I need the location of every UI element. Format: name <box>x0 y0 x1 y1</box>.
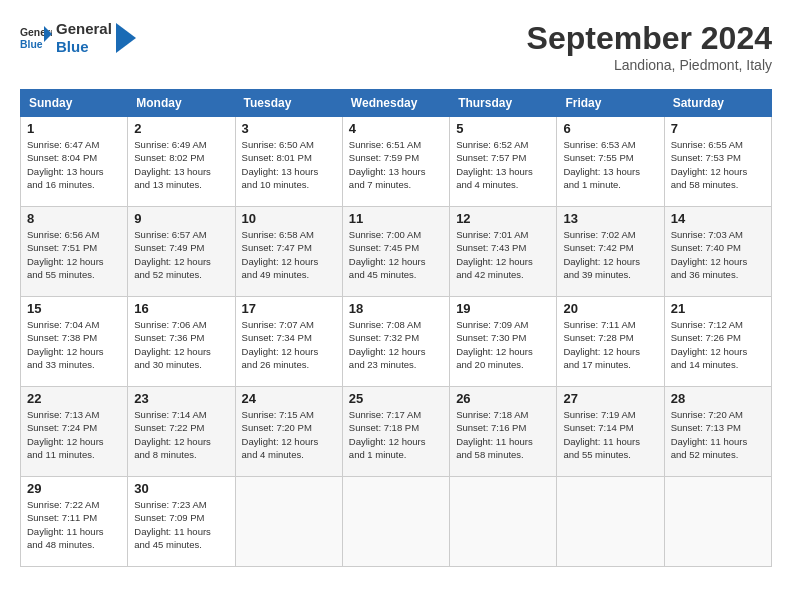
calendar-day-cell: 6Sunrise: 6:53 AM Sunset: 7:55 PM Daylig… <box>557 117 664 207</box>
calendar-day-cell: 30Sunrise: 7:23 AM Sunset: 7:09 PM Dayli… <box>128 477 235 567</box>
calendar-day-cell: 29Sunrise: 7:22 AM Sunset: 7:11 PM Dayli… <box>21 477 128 567</box>
svg-marker-3 <box>116 23 136 53</box>
day-info: Sunrise: 7:11 AM Sunset: 7:28 PM Dayligh… <box>563 318 657 371</box>
day-number: 17 <box>242 301 336 316</box>
empty-cell <box>342 477 449 567</box>
day-info: Sunrise: 7:07 AM Sunset: 7:34 PM Dayligh… <box>242 318 336 371</box>
day-number: 1 <box>27 121 121 136</box>
day-info: Sunrise: 6:52 AM Sunset: 7:57 PM Dayligh… <box>456 138 550 191</box>
day-number: 23 <box>134 391 228 406</box>
empty-cell <box>557 477 664 567</box>
day-number: 18 <box>349 301 443 316</box>
calendar-week-row: 29Sunrise: 7:22 AM Sunset: 7:11 PM Dayli… <box>21 477 772 567</box>
day-number: 28 <box>671 391 765 406</box>
day-info: Sunrise: 7:01 AM Sunset: 7:43 PM Dayligh… <box>456 228 550 281</box>
calendar-day-cell: 12Sunrise: 7:01 AM Sunset: 7:43 PM Dayli… <box>450 207 557 297</box>
day-number: 3 <box>242 121 336 136</box>
calendar-day-cell: 16Sunrise: 7:06 AM Sunset: 7:36 PM Dayli… <box>128 297 235 387</box>
calendar-week-row: 1Sunrise: 6:47 AM Sunset: 8:04 PM Daylig… <box>21 117 772 207</box>
day-info: Sunrise: 6:50 AM Sunset: 8:01 PM Dayligh… <box>242 138 336 191</box>
calendar-day-cell: 18Sunrise: 7:08 AM Sunset: 7:32 PM Dayli… <box>342 297 449 387</box>
day-number: 7 <box>671 121 765 136</box>
calendar-day-cell: 19Sunrise: 7:09 AM Sunset: 7:30 PM Dayli… <box>450 297 557 387</box>
day-number: 9 <box>134 211 228 226</box>
weekday-header-wednesday: Wednesday <box>342 90 449 117</box>
weekday-header-tuesday: Tuesday <box>235 90 342 117</box>
weekday-header-sunday: Sunday <box>21 90 128 117</box>
day-number: 10 <box>242 211 336 226</box>
calendar-day-cell: 14Sunrise: 7:03 AM Sunset: 7:40 PM Dayli… <box>664 207 771 297</box>
calendar-week-row: 22Sunrise: 7:13 AM Sunset: 7:24 PM Dayli… <box>21 387 772 477</box>
day-info: Sunrise: 7:19 AM Sunset: 7:14 PM Dayligh… <box>563 408 657 461</box>
calendar-day-cell: 26Sunrise: 7:18 AM Sunset: 7:16 PM Dayli… <box>450 387 557 477</box>
day-number: 24 <box>242 391 336 406</box>
day-number: 19 <box>456 301 550 316</box>
day-number: 26 <box>456 391 550 406</box>
empty-cell <box>450 477 557 567</box>
subtitle: Landiona, Piedmont, Italy <box>527 57 772 73</box>
day-number: 21 <box>671 301 765 316</box>
day-info: Sunrise: 7:00 AM Sunset: 7:45 PM Dayligh… <box>349 228 443 281</box>
title-area: September 2024 Landiona, Piedmont, Italy <box>527 20 772 73</box>
day-number: 16 <box>134 301 228 316</box>
calendar: SundayMondayTuesdayWednesdayThursdayFrid… <box>20 89 772 567</box>
calendar-day-cell: 28Sunrise: 7:20 AM Sunset: 7:13 PM Dayli… <box>664 387 771 477</box>
day-info: Sunrise: 7:15 AM Sunset: 7:20 PM Dayligh… <box>242 408 336 461</box>
day-info: Sunrise: 7:02 AM Sunset: 7:42 PM Dayligh… <box>563 228 657 281</box>
day-info: Sunrise: 7:17 AM Sunset: 7:18 PM Dayligh… <box>349 408 443 461</box>
day-info: Sunrise: 7:04 AM Sunset: 7:38 PM Dayligh… <box>27 318 121 371</box>
calendar-day-cell: 25Sunrise: 7:17 AM Sunset: 7:18 PM Dayli… <box>342 387 449 477</box>
day-number: 30 <box>134 481 228 496</box>
day-info: Sunrise: 7:09 AM Sunset: 7:30 PM Dayligh… <box>456 318 550 371</box>
day-info: Sunrise: 7:06 AM Sunset: 7:36 PM Dayligh… <box>134 318 228 371</box>
calendar-day-cell: 10Sunrise: 6:58 AM Sunset: 7:47 PM Dayli… <box>235 207 342 297</box>
day-number: 29 <box>27 481 121 496</box>
logo-icon: General Blue <box>20 22 52 54</box>
weekday-header-thursday: Thursday <box>450 90 557 117</box>
day-info: Sunrise: 6:58 AM Sunset: 7:47 PM Dayligh… <box>242 228 336 281</box>
calendar-day-cell: 22Sunrise: 7:13 AM Sunset: 7:24 PM Dayli… <box>21 387 128 477</box>
day-number: 14 <box>671 211 765 226</box>
weekday-header-saturday: Saturday <box>664 90 771 117</box>
calendar-day-cell: 20Sunrise: 7:11 AM Sunset: 7:28 PM Dayli… <box>557 297 664 387</box>
day-number: 4 <box>349 121 443 136</box>
day-number: 20 <box>563 301 657 316</box>
calendar-day-cell: 2Sunrise: 6:49 AM Sunset: 8:02 PM Daylig… <box>128 117 235 207</box>
logo: General Blue General Blue <box>20 20 136 56</box>
day-info: Sunrise: 7:22 AM Sunset: 7:11 PM Dayligh… <box>27 498 121 551</box>
calendar-day-cell: 21Sunrise: 7:12 AM Sunset: 7:26 PM Dayli… <box>664 297 771 387</box>
header: General Blue General Blue September 2024… <box>20 20 772 73</box>
day-info: Sunrise: 6:55 AM Sunset: 7:53 PM Dayligh… <box>671 138 765 191</box>
day-info: Sunrise: 6:56 AM Sunset: 7:51 PM Dayligh… <box>27 228 121 281</box>
day-info: Sunrise: 7:18 AM Sunset: 7:16 PM Dayligh… <box>456 408 550 461</box>
day-number: 22 <box>27 391 121 406</box>
calendar-day-cell: 1Sunrise: 6:47 AM Sunset: 8:04 PM Daylig… <box>21 117 128 207</box>
logo-text-blue: Blue <box>56 38 112 56</box>
calendar-day-cell: 24Sunrise: 7:15 AM Sunset: 7:20 PM Dayli… <box>235 387 342 477</box>
day-number: 15 <box>27 301 121 316</box>
calendar-week-row: 15Sunrise: 7:04 AM Sunset: 7:38 PM Dayli… <box>21 297 772 387</box>
day-number: 27 <box>563 391 657 406</box>
calendar-day-cell: 27Sunrise: 7:19 AM Sunset: 7:14 PM Dayli… <box>557 387 664 477</box>
day-number: 6 <box>563 121 657 136</box>
day-info: Sunrise: 7:03 AM Sunset: 7:40 PM Dayligh… <box>671 228 765 281</box>
day-number: 8 <box>27 211 121 226</box>
day-info: Sunrise: 7:12 AM Sunset: 7:26 PM Dayligh… <box>671 318 765 371</box>
calendar-week-row: 8Sunrise: 6:56 AM Sunset: 7:51 PM Daylig… <box>21 207 772 297</box>
day-info: Sunrise: 7:13 AM Sunset: 7:24 PM Dayligh… <box>27 408 121 461</box>
calendar-day-cell: 17Sunrise: 7:07 AM Sunset: 7:34 PM Dayli… <box>235 297 342 387</box>
day-number: 25 <box>349 391 443 406</box>
calendar-day-cell: 13Sunrise: 7:02 AM Sunset: 7:42 PM Dayli… <box>557 207 664 297</box>
day-number: 2 <box>134 121 228 136</box>
empty-cell <box>664 477 771 567</box>
calendar-day-cell: 9Sunrise: 6:57 AM Sunset: 7:49 PM Daylig… <box>128 207 235 297</box>
calendar-day-cell: 3Sunrise: 6:50 AM Sunset: 8:01 PM Daylig… <box>235 117 342 207</box>
weekday-header-monday: Monday <box>128 90 235 117</box>
calendar-day-cell: 11Sunrise: 7:00 AM Sunset: 7:45 PM Dayli… <box>342 207 449 297</box>
empty-cell <box>235 477 342 567</box>
weekday-header-row: SundayMondayTuesdayWednesdayThursdayFrid… <box>21 90 772 117</box>
day-info: Sunrise: 7:23 AM Sunset: 7:09 PM Dayligh… <box>134 498 228 551</box>
month-title: September 2024 <box>527 20 772 57</box>
weekday-header-friday: Friday <box>557 90 664 117</box>
calendar-day-cell: 23Sunrise: 7:14 AM Sunset: 7:22 PM Dayli… <box>128 387 235 477</box>
